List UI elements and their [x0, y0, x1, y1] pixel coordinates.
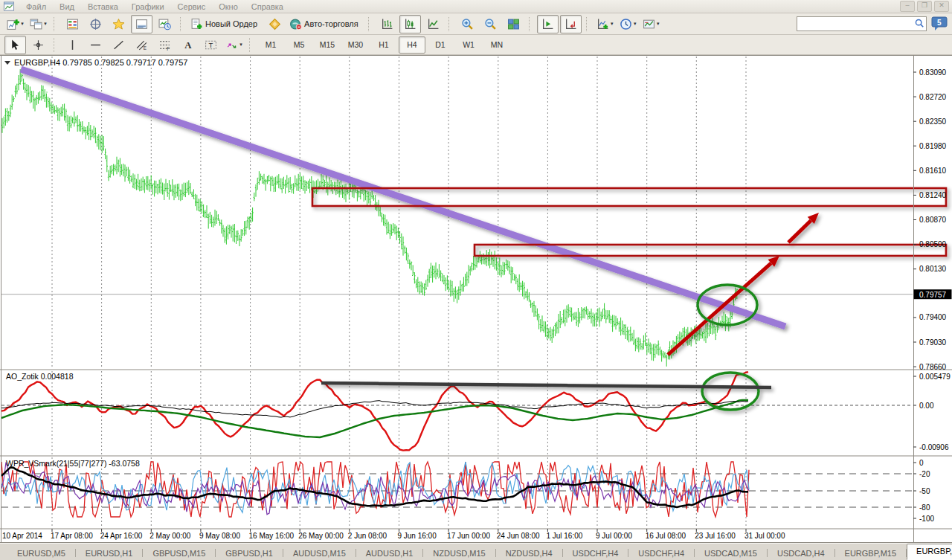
trendline-button[interactable] [108, 36, 129, 54]
chart-tab-nzdusd-m15[interactable]: NZDUSD,M15 [423, 546, 495, 560]
menu-item-графики[interactable]: Графики [125, 2, 171, 11]
dropdown-caret-icon[interactable]: ▾ [611, 21, 614, 27]
vline-icon [66, 39, 79, 51]
new-order-button[interactable]: Новый Ордер [188, 15, 263, 33]
timeframe-button-h1[interactable]: H1 [370, 36, 397, 54]
candles-icon [404, 18, 416, 30]
chart-tab-audusd-h1[interactable]: AUDUSD,H1 [356, 546, 423, 560]
price-axis-label: 0.82350 [919, 118, 947, 126]
autotrade-icon [289, 18, 302, 30]
chart-tab-gbpusd-m15[interactable]: GBPUSD,M15 [143, 546, 215, 560]
trendline-icon [112, 39, 125, 51]
indicators-icon [596, 18, 609, 30]
time-axis-label: 24 Apr 16:00 [100, 532, 143, 540]
arrow-objects-button[interactable]: ▾ [223, 36, 245, 54]
autotrading-button[interactable]: Авто-торговля [287, 15, 364, 33]
text-label-button[interactable]: T [200, 36, 222, 54]
price-chart[interactable]: 0.830900.827200.823500.819800.816100.812… [0, 55, 952, 543]
menu-item-справка[interactable]: Справка [245, 2, 290, 11]
periods-button[interactable]: ▾ [617, 15, 639, 33]
chart-tab-nzdusd-h4[interactable]: NZDUSD,H4 [496, 546, 562, 560]
mql5-community-icon[interactable]: 5 [930, 16, 948, 31]
ao-axis-label: -0.00906 [919, 443, 949, 451]
market-watch-button[interactable] [62, 15, 83, 33]
chart-tab-eurusd-h1[interactable]: EURUSD,H1 [76, 546, 143, 560]
chart-tab-audusd-m15[interactable]: AUDUSD,M15 [283, 546, 356, 560]
line-chart-icon [427, 18, 440, 30]
app-icon [3, 1, 15, 12]
dropdown-caret-icon[interactable]: ▾ [657, 21, 660, 27]
price-axis-label: 0.78660 [919, 363, 947, 371]
dropdown-caret-icon[interactable]: ▾ [44, 21, 47, 27]
crosshair-button[interactable] [28, 36, 49, 54]
time-axis-label: 17 Jun 00:00 [447, 532, 490, 540]
new-order-icon [190, 18, 203, 30]
timeframe-button-m1[interactable]: M1 [257, 36, 284, 54]
chart-tab-eurgbp-h4[interactable]: EURGBP,H4 [907, 544, 952, 560]
zoom-out-button[interactable] [480, 15, 501, 33]
tile-windows-button[interactable] [503, 15, 524, 33]
timeframe-button-d1[interactable]: D1 [427, 36, 454, 54]
search-input[interactable] [797, 16, 927, 31]
menu-item-вставка[interactable]: Вставка [81, 2, 125, 11]
time-axis-label: 9 Jul 00:00 [596, 532, 632, 540]
text-button[interactable]: A [177, 36, 199, 54]
dropdown-caret-icon[interactable]: ▾ [21, 21, 24, 27]
dropdown-caret-icon[interactable]: ▾ [239, 42, 242, 48]
wpr-indicator-label: WPR_VSmark(21|55|77|277) -63.0758 [6, 459, 140, 468]
chart-tab-usdchf-h4[interactable]: USDCHF,H4 [563, 546, 628, 560]
timeframe-button-m15[interactable]: M15 [314, 36, 341, 54]
new-chart-button[interactable]: ▾ [4, 15, 26, 33]
price-axis-label: 0.81240 [919, 191, 947, 199]
timeframe-button-h4[interactable]: H4 [399, 36, 425, 54]
maximize-button[interactable]: ❐ [917, 1, 932, 12]
line-chart-button[interactable] [422, 15, 444, 33]
horizontal-line-button[interactable] [85, 36, 106, 54]
navigator-icon [112, 18, 125, 30]
dropdown-caret-icon[interactable]: ▾ [634, 21, 637, 27]
fibonacci-button[interactable]: F [154, 36, 176, 54]
menu-item-вид[interactable]: Вид [53, 2, 81, 11]
menu-item-сервис[interactable]: Сервис [171, 2, 213, 11]
timeframe-button-m30[interactable]: M30 [342, 36, 369, 54]
zoom-in-button[interactable] [457, 15, 478, 33]
toolbar-separator [368, 17, 373, 31]
candlestick-chart-button[interactable] [399, 15, 421, 33]
chart-tab-usdchf-h4[interactable]: USDCHF,H4 [628, 546, 694, 560]
bar-chart-button[interactable] [376, 15, 398, 33]
vertical-line-button[interactable] [62, 36, 83, 54]
timeframe-button-m5[interactable]: M5 [286, 36, 312, 54]
timeframe-button-w1[interactable]: W1 [455, 36, 482, 54]
profiles-button[interactable]: ▾ [28, 15, 49, 33]
chart-tab-usdcad-m15[interactable]: USDCAD,M15 [695, 546, 767, 560]
toolbar-separator [448, 17, 453, 31]
chart-tab-eurgbp-m15[interactable]: EURGBP,M15 [835, 546, 907, 560]
data-window-button[interactable] [85, 15, 106, 33]
chart-tab-usdcad-h4[interactable]: USDCAD,H4 [768, 546, 834, 560]
autoscroll-button[interactable] [537, 15, 559, 33]
price-axis-label: 0.80870 [919, 216, 947, 224]
main-toolbar: ▾▾Новый ОрдерАвто-торговля▾▾▾ 5 [0, 13, 952, 35]
chart-tab-eurusd-m5[interactable]: EURUSD,M5 [7, 546, 75, 560]
tester-icon [158, 18, 171, 30]
strategy-tester-button[interactable] [154, 15, 176, 33]
metaeditor-button[interactable] [264, 15, 286, 33]
cursor-button[interactable] [4, 36, 26, 54]
toolbar-separator [54, 17, 58, 31]
close-button[interactable]: ✕ [934, 1, 949, 12]
minimize-button[interactable]: – [900, 1, 915, 12]
terminal-icon [135, 18, 148, 30]
equidistant-channel-button[interactable]: E [131, 36, 152, 54]
menu-item-окно[interactable]: Окно [212, 2, 245, 11]
indicators-button[interactable]: ▾ [594, 15, 616, 33]
search-icon[interactable] [914, 18, 924, 28]
menu-bar: ФайлВидВставкаГрафикиСервисОкноСправка –… [0, 0, 952, 13]
templates-button[interactable]: ▾ [640, 15, 662, 33]
navigator-button[interactable] [108, 15, 129, 33]
price-axis-label: 0.79400 [919, 313, 947, 321]
chart-tab-gbpusd-h1[interactable]: GBPUSD,H1 [216, 546, 283, 560]
menu-item-файл[interactable]: Файл [19, 2, 53, 11]
chart-shift-button[interactable] [560, 15, 582, 33]
timeframe-button-mn[interactable]: MN [483, 36, 510, 54]
terminal-button[interactable] [131, 15, 152, 33]
